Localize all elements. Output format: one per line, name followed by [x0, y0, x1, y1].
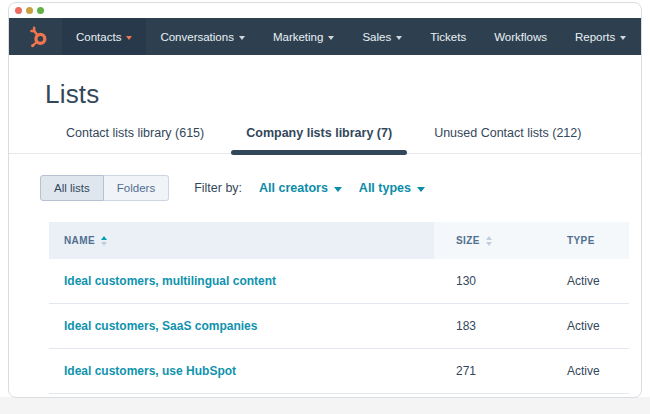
sort-arrows-icon[interactable] — [486, 236, 492, 246]
sort-asc-icon — [101, 236, 107, 240]
hubspot-sprocket-icon — [25, 24, 50, 49]
lists-table: NAME SIZE TYPE Ideal customers, multilin… — [49, 222, 629, 394]
nav-item-label: Tickets — [430, 31, 466, 43]
traffic-light-close-icon[interactable] — [15, 7, 22, 14]
nav-item-workflows[interactable]: Workflows — [480, 18, 561, 55]
nav-item-conversations[interactable]: Conversations — [146, 18, 259, 55]
nav-item-contacts[interactable]: Contacts — [62, 18, 146, 55]
view-toggle-group: All lists Folders — [40, 175, 169, 201]
chevron-down-icon — [334, 187, 342, 192]
list-size-value: 271 — [434, 364, 544, 378]
table-row: Ideal customers, SaaS companies 183 Acti… — [49, 304, 629, 349]
nav-item-label: Reports — [575, 31, 615, 43]
chevron-down-icon — [239, 36, 245, 40]
nav-item-label: Conversations — [160, 31, 234, 43]
chevron-down-icon — [417, 187, 425, 192]
nav-item-sales[interactable]: Sales — [348, 18, 416, 55]
folders-toggle-button[interactable]: Folders — [104, 175, 169, 201]
all-creators-dropdown-value: All creators — [259, 181, 328, 195]
tab-contact-lists-library[interactable]: Contact lists library (615) — [66, 126, 204, 153]
page-background-strip — [0, 397, 650, 414]
table-row: Ideal customers, use HubSpot 271 Active — [49, 349, 629, 394]
chevron-down-icon — [620, 36, 626, 40]
hubspot-logo[interactable] — [25, 18, 50, 55]
traffic-light-minimize-icon[interactable] — [26, 7, 33, 14]
filter-by-label: Filter by: — [194, 181, 242, 195]
list-size-value: 183 — [434, 319, 544, 333]
chevron-down-icon — [126, 36, 132, 40]
browser-window: Contacts Conversations Marketing Sales T… — [8, 2, 642, 398]
sort-desc-icon — [101, 242, 107, 246]
sort-arrows-icon[interactable] — [101, 236, 107, 246]
nav-item-label: Workflows — [494, 31, 547, 43]
chevron-down-icon — [396, 36, 402, 40]
list-type-value: Active — [544, 319, 629, 333]
column-header-name[interactable]: NAME — [49, 222, 434, 259]
tab-company-lists-library[interactable]: Company lists library (7) — [246, 126, 392, 153]
tab-unused-contact-lists[interactable]: Unused Contact lists (212) — [434, 126, 581, 153]
top-navbar: Contacts Conversations Marketing Sales T… — [9, 18, 641, 55]
column-header-label: NAME — [64, 235, 95, 246]
list-name-link[interactable]: Ideal customers, SaaS companies — [49, 319, 434, 333]
all-lists-toggle-button[interactable]: All lists — [40, 175, 104, 201]
column-header-label: TYPE — [567, 235, 595, 246]
column-header-size[interactable]: SIZE — [434, 222, 544, 259]
column-header-type[interactable]: TYPE — [544, 222, 629, 259]
list-type-value: Active — [544, 274, 629, 288]
nav-item-marketing[interactable]: Marketing — [259, 18, 349, 55]
nav-item-label: Sales — [362, 31, 391, 43]
list-name-link[interactable]: Ideal customers, multilingual content — [49, 274, 434, 288]
list-name-link[interactable]: Ideal customers, use HubSpot — [49, 364, 434, 378]
traffic-light-zoom-icon[interactable] — [37, 7, 44, 14]
list-type-value: Active — [544, 364, 629, 378]
all-types-dropdown-value: All types — [359, 181, 411, 195]
nav-item-reports[interactable]: Reports — [561, 18, 640, 55]
nav-item-tickets[interactable]: Tickets — [416, 18, 480, 55]
table-header-row: NAME SIZE TYPE — [49, 222, 629, 259]
all-creators-dropdown[interactable]: All creators — [259, 181, 342, 195]
tab-bar: Contact lists library (615) Company list… — [9, 126, 641, 153]
all-types-dropdown[interactable]: All types — [359, 181, 425, 195]
chevron-down-icon — [328, 36, 334, 40]
table-row: Ideal customers, multilingual content 13… — [49, 259, 629, 304]
list-size-value: 130 — [434, 274, 544, 288]
window-titlebar — [9, 3, 641, 18]
nav-item-label: Marketing — [273, 31, 324, 43]
sort-asc-icon — [486, 236, 492, 240]
nav-item-label: Contacts — [76, 31, 121, 43]
page-title: Lists — [45, 79, 641, 110]
sort-desc-icon — [486, 242, 492, 246]
list-toolbar: All lists Folders Filter by: All creator… — [40, 175, 641, 201]
column-header-label: SIZE — [456, 235, 480, 246]
